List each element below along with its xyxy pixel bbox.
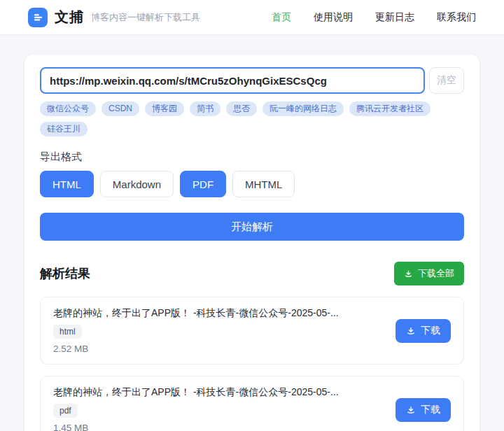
format-pdf-button[interactable]: PDF xyxy=(180,171,226,197)
start-parse-button[interactable]: 开始解析 xyxy=(40,213,464,241)
result-title: 老牌的神站，终于出了APP版！ -科技长青-微信公众号-2025-05-... xyxy=(53,307,339,320)
tag-ruanyifeng[interactable]: 阮一峰的网络日志 xyxy=(262,101,344,116)
format-options: HTML Markdown PDF MHTML xyxy=(40,171,464,197)
result-info: 老牌的神站，终于出了APP版！ -科技长青-微信公众号-2025-05-... … xyxy=(53,307,339,354)
supported-sites-tags: 微信公众号 CSDN 博客园 简书 思否 阮一峰的网络日志 腾讯云开发者社区 硅… xyxy=(40,101,464,136)
tag-tencent-cloud[interactable]: 腾讯云开发者社区 xyxy=(349,101,430,116)
brand[interactable]: 文捕 博客内容一键解析下载工具 xyxy=(28,8,200,27)
result-format-badge: html xyxy=(53,325,82,339)
download-icon xyxy=(406,405,416,415)
results-header: 解析结果 下载全部 xyxy=(40,262,464,285)
nav-item-changelog[interactable]: 更新日志 xyxy=(375,11,414,24)
app-logo-icon xyxy=(28,8,48,27)
result-item-html: 老牌的神站，终于出了APP版！ -科技长青-微信公众号-2025-05-... … xyxy=(40,297,464,365)
main-card: 清空 微信公众号 CSDN 博客园 简书 思否 阮一峰的网络日志 腾讯云开发者社… xyxy=(24,55,479,431)
app-title: 文捕 xyxy=(55,8,84,27)
result-title: 老牌的神站，终于出了APP版！ -科技长青-微信公众号-2025-05-... xyxy=(53,386,339,399)
download-button[interactable]: 下载 xyxy=(396,398,451,422)
url-row: 清空 xyxy=(40,67,464,94)
nav-item-home[interactable]: 首页 xyxy=(272,11,291,24)
result-format-badge: pdf xyxy=(53,404,78,418)
export-format-label: 导出格式 xyxy=(40,150,464,164)
results-title: 解析结果 xyxy=(40,265,90,282)
download-button[interactable]: 下载 xyxy=(396,319,451,343)
result-file-size: 1.45 MB xyxy=(53,423,339,431)
url-input[interactable] xyxy=(40,67,425,94)
download-label: 下载 xyxy=(421,404,440,416)
app-subtitle: 博客内容一键解析下载工具 xyxy=(91,11,200,24)
app-header: 文捕 博客内容一键解析下载工具 首页 使用说明 更新日志 联系我们 xyxy=(0,0,504,35)
download-icon xyxy=(406,326,416,336)
format-markdown-button[interactable]: Markdown xyxy=(100,171,174,197)
tag-csdn[interactable]: CSDN xyxy=(102,101,139,116)
nav-item-contact[interactable]: 联系我们 xyxy=(437,11,476,24)
download-all-label: 下载全部 xyxy=(418,267,454,280)
tag-guigu-wangchuan[interactable]: 硅谷王川 xyxy=(40,122,88,136)
result-info: 老牌的神站，终于出了APP版！ -科技长青-微信公众号-2025-05-... … xyxy=(53,386,339,431)
tag-segmentfault[interactable]: 思否 xyxy=(226,101,257,116)
download-all-button[interactable]: 下载全部 xyxy=(394,262,464,285)
download-icon xyxy=(404,269,413,278)
tag-wechat[interactable]: 微信公众号 xyxy=(40,101,96,116)
format-html-button[interactable]: HTML xyxy=(40,171,94,197)
nav-item-usage[interactable]: 使用说明 xyxy=(314,11,353,24)
main-nav: 首页 使用说明 更新日志 联系我们 xyxy=(272,11,476,24)
clear-button[interactable]: 清空 xyxy=(429,67,464,94)
format-mhtml-button[interactable]: MHTML xyxy=(232,171,295,197)
result-file-size: 2.52 MB xyxy=(53,344,339,354)
result-item-pdf: 老牌的神站，终于出了APP版！ -科技长青-微信公众号-2025-05-... … xyxy=(40,376,464,431)
tag-jianshu[interactable]: 简书 xyxy=(190,101,220,116)
tag-cnblogs[interactable]: 博客园 xyxy=(145,101,184,116)
download-label: 下载 xyxy=(421,325,440,337)
